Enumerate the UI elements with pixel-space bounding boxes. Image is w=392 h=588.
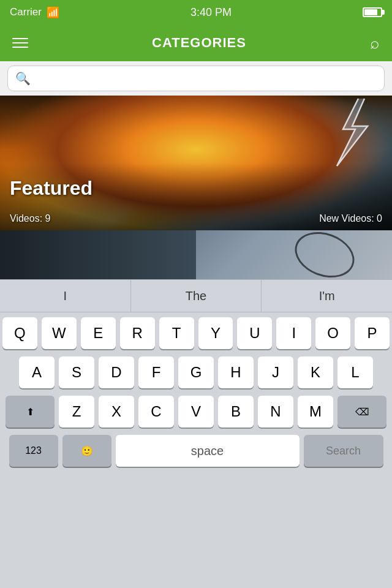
key-o[interactable]: O (315, 317, 350, 349)
key-s[interactable]: S (59, 356, 94, 388)
key-q[interactable]: Q (2, 317, 37, 349)
lightning-icon (325, 96, 374, 169)
nav-title: CATEGORIES (152, 35, 246, 51)
key-z[interactable]: Z (59, 396, 94, 428)
shift-key[interactable]: ⬆ (6, 396, 55, 428)
second-strip[interactable] (0, 230, 392, 279)
delete-key[interactable]: ⌫ (337, 396, 386, 428)
key-n[interactable]: N (258, 396, 293, 428)
search-input-wrap[interactable]: 🔍 (7, 66, 385, 91)
key-w[interactable]: W (42, 317, 77, 349)
key-x[interactable]: X (99, 396, 134, 428)
status-time: 3:40 PM (190, 6, 232, 19)
videos-count: Videos: 9 (10, 213, 50, 224)
key-k[interactable]: K (298, 356, 333, 388)
status-bar: Carrier 📶 3:40 PM (0, 0, 392, 24)
search-key[interactable]: Search (304, 435, 383, 467)
status-battery (363, 7, 382, 17)
search-glass-icon: 🔍 (15, 71, 31, 86)
search-input[interactable] (36, 72, 377, 86)
suggestion-row: I The I'm (0, 279, 392, 312)
featured-stats: Videos: 9 New Videos: 0 (0, 213, 392, 224)
search-bar: 🔍 (0, 61, 392, 96)
wifi-icon: 📶 (47, 6, 59, 19)
key-b[interactable]: B (218, 396, 254, 428)
emoji-key[interactable]: 🙂 (62, 435, 111, 467)
key-u[interactable]: U (237, 317, 272, 349)
status-carrier: Carrier 📶 (10, 6, 59, 19)
numbers-key[interactable]: 123 (9, 435, 58, 467)
keyboard-row-4: 123 🙂 space Search (2, 435, 390, 467)
new-videos-count: New Videos: 0 (319, 213, 382, 224)
banner-background: Featured Videos: 9 New Videos: 0 (0, 96, 392, 230)
suggestion-item-i[interactable]: I (0, 280, 131, 312)
menu-button[interactable] (12, 38, 28, 48)
key-e[interactable]: E (81, 317, 116, 349)
key-i[interactable]: I (276, 317, 311, 349)
key-j[interactable]: J (258, 356, 293, 388)
strip-dark (0, 230, 196, 279)
key-a[interactable]: A (19, 356, 55, 388)
keyboard-row-3: ⬆ Z X C V B N M ⌫ (2, 396, 390, 428)
keyboard-row-2: A S D F G H J K L (2, 356, 390, 388)
search-nav-icon[interactable]: ⌕ (370, 34, 380, 53)
key-f[interactable]: F (138, 356, 174, 388)
key-t[interactable]: T (159, 317, 194, 349)
key-c[interactable]: C (138, 396, 174, 428)
battery-icon (363, 7, 382, 17)
key-r[interactable]: R (120, 317, 155, 349)
key-l[interactable]: L (337, 356, 373, 388)
key-d[interactable]: D (99, 356, 134, 388)
strip-shape (288, 230, 361, 279)
key-y[interactable]: Y (198, 317, 233, 349)
key-m[interactable]: M (298, 396, 333, 428)
carrier-label: Carrier (10, 6, 42, 18)
space-key[interactable]: space (116, 435, 300, 467)
featured-banner[interactable]: Featured Videos: 9 New Videos: 0 (0, 96, 392, 230)
featured-label: Featured (10, 177, 92, 200)
key-p[interactable]: P (355, 317, 390, 349)
suggestion-item-im[interactable]: I'm (262, 280, 392, 312)
keyboard: Q W E R T Y U I O P A S D F G H J K L ⬆ … (0, 312, 392, 473)
nav-bar: CATEGORIES ⌕ (0, 24, 392, 61)
suggestion-item-the[interactable]: The (131, 280, 262, 312)
key-g[interactable]: G (178, 356, 214, 388)
keyboard-row-1: Q W E R T Y U I O P (2, 317, 390, 349)
key-h[interactable]: H (218, 356, 254, 388)
key-v[interactable]: V (178, 396, 214, 428)
